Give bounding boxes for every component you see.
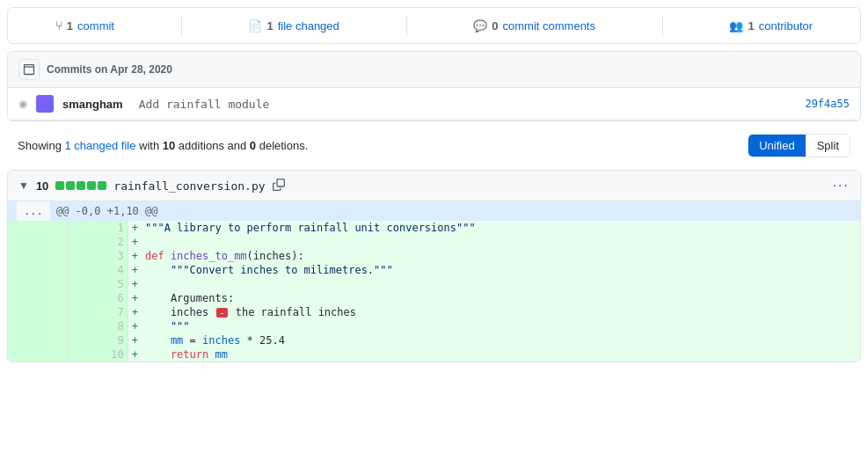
hunk-range: @@ -0,0 +1,10 @@: [56, 205, 158, 217]
commit-link[interactable]: commit: [77, 19, 114, 33]
table-row: 5 +: [8, 277, 860, 291]
line-code: """A library to perform rainfall unit co…: [142, 221, 860, 235]
line-code: return mm: [142, 347, 860, 362]
line-num-old: [8, 277, 68, 291]
line-num-new: 6: [68, 291, 128, 305]
commit-count: 1: [67, 19, 73, 33]
table-row: 1 + """A library to perform rainfall uni…: [8, 221, 860, 235]
commits-section: Commits on Apr 28, 2020 ◉ smangham Add r…: [7, 51, 861, 121]
changed-file-count[interactable]: 1 changed file: [64, 139, 135, 152]
commit-node-icon: ◉: [18, 98, 27, 110]
copy-path-icon[interactable]: [273, 179, 285, 194]
file-icon: 📄: [248, 19, 262, 33]
divider-1: [181, 15, 182, 36]
line-code: mm = inches * 25.4: [142, 333, 860, 347]
diff-blocks: [55, 181, 106, 190]
line-sign: +: [128, 305, 142, 319]
line-code: [142, 235, 860, 249]
comments-stat[interactable]: 💬 0 commit comments: [473, 19, 595, 33]
divider-2: [406, 15, 407, 36]
table-row: 3 + def inches_to_mm(inches):: [8, 249, 860, 263]
comments-link[interactable]: commit comments: [503, 19, 595, 33]
deletions-count: 0: [250, 139, 256, 152]
comment-icon: 💬: [473, 19, 487, 33]
line-sign: +: [128, 291, 142, 305]
line-num-new: 10: [68, 347, 128, 362]
comment-count: 0: [492, 19, 498, 33]
commit-icon: ⑂: [55, 18, 62, 33]
line-sign: +: [128, 277, 142, 291]
line-sign: +: [128, 221, 142, 235]
showing-text: Showing 1 changed file with 10 additions…: [18, 139, 308, 152]
line-num-old: [8, 235, 68, 249]
line-code: inches - the rainfall inches: [142, 305, 860, 319]
file-changed-link[interactable]: file changed: [278, 19, 339, 33]
commits-calendar-icon: [18, 59, 40, 80]
table-row: 4 + """Convert inches to milimetres.""": [8, 263, 860, 277]
contributor-icon: 👥: [729, 19, 743, 33]
diff-header-left: ▼ 10 rainfall_conversion.py: [18, 179, 285, 194]
diff-block-2: [66, 181, 75, 190]
diff-more-options-icon[interactable]: ···: [833, 178, 850, 194]
inline-badge: -: [216, 308, 227, 318]
commit-sha[interactable]: 29f4a55: [805, 98, 850, 110]
commit-author[interactable]: smangham: [62, 98, 123, 111]
stats-bar: ⑂ 1 commit 📄 1 file changed 💬 0 commit c…: [7, 7, 861, 44]
line-sign: +: [128, 333, 142, 347]
line-sign: +: [128, 319, 142, 333]
line-num-old: [8, 249, 68, 263]
table-row: 8 + """: [8, 319, 860, 333]
commit-row: ◉ smangham Add rainfall module 29f4a55: [8, 88, 860, 121]
diff-block-5: [98, 181, 106, 190]
avatar: [36, 95, 54, 113]
line-num-new: 2: [68, 235, 128, 249]
line-sign: +: [128, 235, 142, 249]
contributor-count: 1: [748, 19, 754, 33]
unified-view-button[interactable]: Unified: [748, 135, 806, 157]
line-num-new: 7: [68, 305, 128, 319]
diff-block-4: [87, 181, 96, 190]
diff-block-1: [55, 181, 64, 190]
contributor-link[interactable]: contributor: [759, 19, 813, 33]
line-num-old: [8, 347, 68, 362]
diff-header: ▼ 10 rainfall_conversion.py ···: [8, 171, 860, 201]
line-num-old: [8, 263, 68, 277]
table-row: 2 +: [8, 235, 860, 249]
line-num-old: [8, 305, 68, 319]
line-num-old: [8, 221, 68, 235]
additions-count: 10: [163, 139, 175, 152]
contributors-stat[interactable]: 👥 1 contributor: [729, 19, 813, 33]
line-num-old: [8, 291, 68, 305]
line-num-new: 5: [68, 277, 128, 291]
table-row: 9 + mm = inches * 25.4: [8, 333, 860, 347]
diff-file-count: 10: [36, 179, 48, 193]
line-sign: +: [128, 249, 142, 263]
line-code: def inches_to_mm(inches):: [142, 249, 860, 263]
line-num-new: 4: [68, 263, 128, 277]
line-code: """: [142, 319, 860, 333]
commits-header: Commits on Apr 28, 2020: [8, 52, 860, 88]
code-table: ... @@ -0,0 +1,10 @@ 1 + """A library to…: [8, 201, 860, 362]
file-count: 1: [266, 19, 273, 33]
line-num-new: 3: [68, 249, 128, 263]
hunk-header-row: ... @@ -0,0 +1,10 @@: [8, 201, 860, 221]
line-code: [142, 277, 860, 291]
table-row: 10 + return mm: [8, 347, 860, 362]
table-row: 6 + Arguments:: [8, 291, 860, 305]
divider-3: [662, 15, 663, 36]
split-view-button[interactable]: Split: [806, 135, 850, 157]
line-num-old: [8, 319, 68, 333]
line-sign: +: [128, 263, 142, 277]
commits-date-label: Commits on Apr 28, 2020: [47, 63, 172, 76]
diff-filename[interactable]: rainfall_conversion.py: [113, 179, 265, 193]
files-stat[interactable]: 📄 1 file changed: [248, 19, 339, 33]
line-code: """Convert inches to milimetres.""": [142, 263, 860, 277]
line-num-old: [8, 333, 68, 347]
diff-collapse-icon[interactable]: ▼: [18, 179, 29, 192]
showing-bar: Showing 1 changed file with 10 additions…: [7, 128, 861, 163]
table-row: 7 + inches - the rainfall inches: [8, 305, 860, 319]
line-sign: +: [128, 347, 142, 362]
line-num-new: 9: [68, 333, 128, 347]
line-num-new: 8: [68, 319, 128, 333]
commits-stat[interactable]: ⑂ 1 commit: [55, 18, 114, 33]
